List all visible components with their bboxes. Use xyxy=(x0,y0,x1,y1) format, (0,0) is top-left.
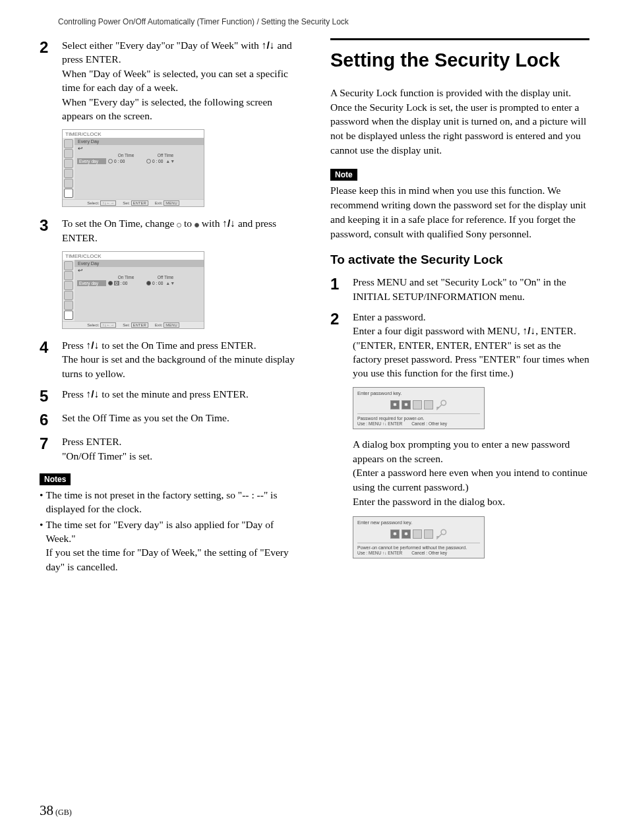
dialog-title: Enter password key. xyxy=(357,390,480,396)
hour: 0 xyxy=(114,159,117,164)
radio-off-icon xyxy=(108,159,113,164)
dialog-message: Power-on cannot be performed without the… xyxy=(357,545,480,550)
subheading: To activate the Security Lock xyxy=(330,253,589,267)
page-number: 38 (GB) xyxy=(40,802,72,819)
key: ↑↓←→ xyxy=(100,322,116,328)
right-step-2: 2 Enter a password. Enter a four digit p… xyxy=(330,310,589,380)
page-title: Setting the Security Lock xyxy=(330,49,589,71)
dialog-use: Use : MENU ↑↓ ENTER xyxy=(357,421,402,426)
osd-screenshot-1: TIMER/CLOCK Every Day ↩ On Time Off Time… xyxy=(62,129,204,207)
text: Press ENTER. xyxy=(62,435,299,448)
password-dialog-2: Enter new password key. ✱ ✱ Power-on can… xyxy=(353,516,485,558)
col-off-time: Off Time xyxy=(146,275,185,280)
label: Exit: xyxy=(155,201,163,205)
col-on-time: On Time xyxy=(106,275,146,280)
text: to set the On Time and press ENTER. xyxy=(99,340,256,351)
radio-off-icon xyxy=(146,159,151,164)
osd-sidebar-icons xyxy=(63,138,75,199)
password-digit-filled: ✱ xyxy=(390,529,400,539)
password-dialog-1: Enter password key. ✱ ✱ Password require… xyxy=(353,387,485,429)
osd-sidebar-icons xyxy=(63,260,75,321)
text: Press xyxy=(62,340,86,351)
note-item: If you set the time for "Day of Week," t… xyxy=(45,547,288,572)
text: with xyxy=(199,218,222,229)
step-3: 3 To set the On Time, change to with ↑/↓… xyxy=(40,216,299,245)
text: To set the On Time, change xyxy=(62,218,177,229)
radio-on-icon xyxy=(108,281,113,285)
text: Enter a four digit password with MENU, xyxy=(353,325,522,336)
note-item: The time set for "Every day" is also app… xyxy=(45,519,274,544)
row-label: Every day xyxy=(77,280,106,286)
hour-highlight: 0 xyxy=(114,281,119,285)
stepper-icon: ▲▼ xyxy=(165,159,175,164)
text: to xyxy=(181,218,195,229)
text: Press xyxy=(62,388,86,400)
osd-title: TIMER/CLOCK xyxy=(63,130,204,138)
key-icon xyxy=(435,528,447,540)
minute: 00 xyxy=(123,281,127,285)
password-digit-filled: ✱ xyxy=(390,400,400,409)
step-4: 4 Press ↑/↓ to set the On Time and press… xyxy=(40,338,299,380)
step-number: 6 xyxy=(40,411,62,428)
notes-list: The time is not preset in the factory se… xyxy=(40,488,299,574)
step-number: 7 xyxy=(40,435,62,463)
key: MENU xyxy=(164,200,179,206)
step-5: 5 Press ↑/↓ to set the minute and press … xyxy=(40,387,299,404)
back-icon: ↩ xyxy=(75,267,204,274)
text: When "Every day" is selected, the follow… xyxy=(62,95,299,123)
text: Enter the password in the dialog box. xyxy=(353,495,589,509)
step-number: 4 xyxy=(40,338,62,380)
text: Enter a password. xyxy=(353,310,589,324)
horizontal-rule xyxy=(330,38,589,40)
osd-title: TIMER/CLOCK xyxy=(63,252,204,260)
password-digit-filled: ✱ xyxy=(402,400,411,409)
label: Select: xyxy=(87,201,99,205)
password-digit-empty xyxy=(424,529,433,539)
arrow-up-down-icon: ↑/↓ xyxy=(522,325,535,336)
right-column: Setting the Security Lock A Security Loc… xyxy=(330,38,589,575)
password-digit-filled: ✱ xyxy=(402,529,411,539)
page-language: (GB) xyxy=(53,808,72,817)
svg-point-1 xyxy=(441,530,446,535)
breadcrumb: Controlling Power On/Off Automatically (… xyxy=(40,17,589,26)
text: "On/Off Timer" is set. xyxy=(62,449,299,463)
label: Exit: xyxy=(155,323,163,327)
text: Select either "Every day"or "Day of Week… xyxy=(62,40,262,51)
text: , ENTER. xyxy=(535,325,576,336)
note-item: The time is not preset in the factory se… xyxy=(45,488,299,516)
step-2: 2 Select either "Every day"or "Day of We… xyxy=(40,38,299,123)
step-7: 7 Press ENTER. "On/Off Timer" is set. xyxy=(40,435,299,463)
minute: 00 xyxy=(158,159,163,164)
note-body: Please keep this in mind when you use th… xyxy=(330,183,589,241)
hour: 0 xyxy=(152,159,155,164)
col-off-time: Off Time xyxy=(146,153,185,158)
key: ENTER xyxy=(131,322,148,328)
dialog-cancel: Cancel : Other key xyxy=(411,551,447,555)
dialog-cancel: Cancel : Other key xyxy=(411,421,447,426)
dialog-use: Use : MENU ↑↓ ENTER xyxy=(357,551,402,555)
password-digit-empty xyxy=(424,400,433,409)
intro-paragraph: A Security Lock function is provided wit… xyxy=(330,86,589,157)
step-number: 1 xyxy=(330,275,353,303)
notes-label: Notes xyxy=(40,473,71,485)
arrow-up-down-icon: ↑/↓ xyxy=(262,40,275,51)
back-icon: ↩ xyxy=(75,145,204,152)
password-digit-empty xyxy=(413,400,422,409)
dialog-message: Password required for power-on. xyxy=(357,416,480,421)
arrow-up-down-icon: ↑/↓ xyxy=(86,388,100,400)
step-number: 2 xyxy=(40,38,62,123)
step-number: 2 xyxy=(330,310,353,380)
radio-on-icon xyxy=(146,281,151,285)
key-icon xyxy=(435,399,447,411)
arrow-up-down-icon: ↑/↓ xyxy=(222,218,235,229)
text: The hour is set and the background of th… xyxy=(62,352,299,380)
key: ENTER xyxy=(131,200,148,206)
osd-header: Every Day xyxy=(75,260,204,267)
svg-point-0 xyxy=(441,400,446,405)
password-digit-empty xyxy=(413,529,422,539)
radio-on-icon xyxy=(195,223,199,227)
left-column: 2 Select either "Every day"or "Day of We… xyxy=(40,38,299,575)
minute: 00 xyxy=(120,159,125,164)
text: to set the minute and press ENTER. xyxy=(99,388,248,400)
row-label: Every day xyxy=(77,158,106,164)
